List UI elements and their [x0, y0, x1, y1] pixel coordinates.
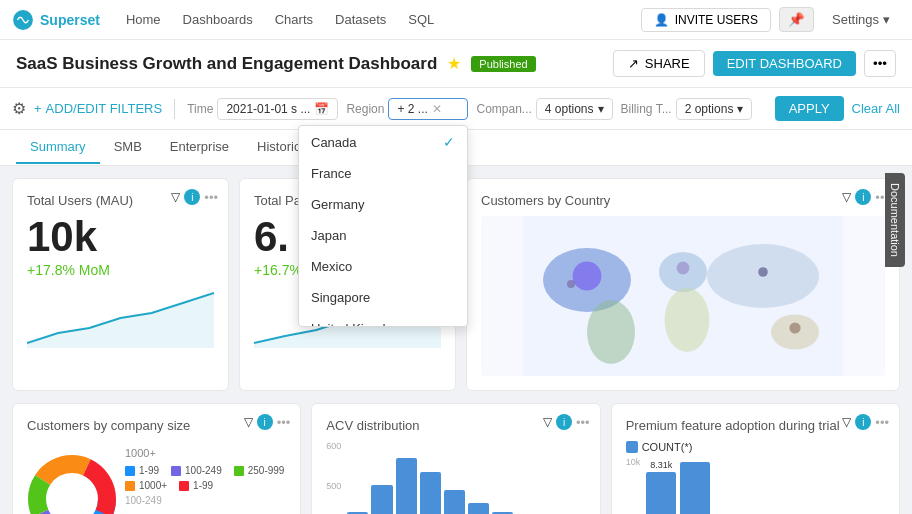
dashboard-actions: ↗ SHARE EDIT DASHBOARD •••	[613, 50, 896, 77]
region-dropdown-overlay: Canada ✓ France Germany Japan Mexico Sin…	[298, 125, 468, 327]
dropdown-list: Canada ✓ France Germany Japan Mexico Sin…	[299, 126, 467, 326]
billing-filter-select[interactable]: 2 options ▾	[676, 98, 753, 120]
dropdown-item-mexico[interactable]: Mexico	[299, 251, 467, 282]
nav-datasets[interactable]: Datasets	[325, 8, 396, 31]
tab-summary[interactable]: Summary	[16, 131, 100, 164]
nav-home[interactable]: Home	[116, 8, 171, 31]
top-nav: Superset Home Dashboards Charts Datasets…	[0, 0, 912, 40]
favorite-star-icon[interactable]: ★	[447, 54, 461, 73]
customers-by-country-title: Customers by Country	[481, 193, 885, 208]
dashboard-title: SaaS Business Growth and Engagement Dash…	[16, 54, 437, 74]
filter-icon[interactable]: ▽	[842, 415, 851, 429]
svg-point-8	[573, 262, 602, 291]
billing-filter: Billing T... 2 options ▾	[621, 98, 753, 120]
legend-item: 1-99	[125, 465, 159, 476]
svg-point-5	[665, 288, 710, 352]
svg-point-9	[677, 262, 690, 275]
pin-button[interactable]: 📌	[779, 7, 814, 32]
size-legend: 1-99 100-249 250-999 1000+	[125, 465, 286, 491]
dashboard-row-2: Customers by company size ▽ i ••• 1000+	[0, 403, 912, 514]
nav-dashboards[interactable]: Dashboards	[173, 8, 263, 31]
share-button[interactable]: ↗ SHARE	[613, 50, 705, 77]
dropdown-item-germany[interactable]: Germany	[299, 189, 467, 220]
acv-distribution-card: ACV distribution ▽ i ••• 600 500 400	[311, 403, 600, 514]
legend-item: 100-249	[171, 465, 222, 476]
time-filter-input[interactable]: 2021-01-01 s ... 📅	[217, 98, 338, 120]
app-name: Superset	[40, 12, 100, 28]
more-icon[interactable]: •••	[277, 415, 291, 430]
dropdown-item-japan[interactable]: Japan	[299, 220, 467, 251]
svg-point-10	[758, 267, 768, 277]
filter-divider	[174, 99, 175, 119]
dropdown-item-canada[interactable]: Canada ✓	[299, 126, 467, 158]
more-icon[interactable]: •••	[875, 415, 889, 430]
dropdown-item-singapore[interactable]: Singapore	[299, 282, 467, 313]
edit-dashboard-button[interactable]: EDIT DASHBOARD	[713, 51, 856, 76]
apply-button[interactable]: APPLY	[775, 96, 844, 121]
chevron-down-icon: ▾	[598, 102, 604, 116]
share-icon: ↗	[628, 56, 639, 71]
filter-icon[interactable]: ▽	[543, 415, 552, 429]
chevron-down-icon: ▾	[883, 12, 890, 27]
legend-item: 250-999	[234, 465, 285, 476]
documentation-tab[interactable]: Documentation	[885, 173, 905, 267]
calendar-icon: 📅	[314, 102, 329, 116]
clear-all-button[interactable]: Clear All	[852, 101, 900, 116]
card-icons: ▽ i •••	[171, 189, 218, 205]
invite-users-button[interactable]: 👤 INVITE USERS	[641, 8, 771, 32]
user-icon: 👤	[654, 13, 669, 27]
plus-icon: +	[34, 101, 42, 116]
total-users-chart	[27, 288, 214, 348]
nav-right: 👤 INVITE USERS 📌 Settings ▾	[641, 7, 900, 32]
svg-point-3	[587, 300, 635, 364]
info-icon[interactable]: i	[855, 414, 871, 430]
card-icons-acv: ▽ i •••	[543, 414, 590, 430]
more-icon[interactable]: •••	[576, 415, 590, 430]
add-edit-filters-button[interactable]: + ADD/EDIT FILTERS	[34, 101, 162, 116]
info-icon[interactable]: i	[257, 414, 273, 430]
dropdown-item-france[interactable]: France	[299, 158, 467, 189]
published-badge: Published	[471, 56, 535, 72]
info-icon[interactable]: i	[556, 414, 572, 430]
total-users-card: Total Users (MAU) ▽ i ••• 10k +17.8% MoM	[12, 178, 229, 391]
more-icon[interactable]: •••	[204, 190, 218, 205]
dropdown-item-uk[interactable]: United Kingdom	[299, 313, 467, 326]
svg-point-12	[567, 280, 575, 288]
info-icon[interactable]: i	[184, 189, 200, 205]
check-icon: ✓	[443, 134, 455, 150]
time-filter: Time 2021-01-01 s ... 📅	[187, 98, 338, 120]
clear-icon[interactable]: ✕	[432, 102, 442, 116]
total-users-change: +17.8% MoM	[27, 262, 214, 278]
donut-chart	[27, 449, 117, 514]
chevron-down-icon: ▾	[737, 102, 743, 116]
settings-menu[interactable]: Settings ▾	[822, 8, 900, 31]
tab-enterprise[interactable]: Enterprise	[156, 131, 243, 164]
region-filter: Region + 2 ... ✕	[346, 98, 468, 120]
filter-bar: ⚙ + ADD/EDIT FILTERS Time 2021-01-01 s .…	[0, 88, 912, 130]
nav-charts[interactable]: Charts	[265, 8, 323, 31]
region-filter-dropdown[interactable]: + 2 ... ✕	[388, 98, 468, 120]
acv-bar-chart	[347, 449, 585, 514]
filter-icon[interactable]: ▽	[842, 190, 851, 204]
company-size-card: Customers by company size ▽ i ••• 1000+	[12, 403, 301, 514]
more-options-button[interactable]: •••	[864, 50, 896, 77]
legend-item: 1000+	[125, 480, 167, 491]
app-logo[interactable]: Superset	[12, 9, 100, 31]
nav-sql[interactable]: SQL	[398, 8, 444, 31]
customers-by-country-card: Customers by Country ▽ i •••	[466, 178, 900, 391]
premium-feature-card: Premium feature adoption during trial ▽ …	[611, 403, 900, 514]
filter-icon[interactable]: ▽	[171, 190, 180, 204]
filter-icon[interactable]: ▽	[244, 415, 253, 429]
tab-smb[interactable]: SMB	[100, 131, 156, 164]
nav-links: Home Dashboards Charts Datasets SQL	[116, 8, 625, 31]
info-icon[interactable]: i	[855, 189, 871, 205]
company-filter: Compan... 4 options ▾	[476, 98, 612, 120]
filter-gear-icon[interactable]: ⚙	[12, 99, 26, 118]
dashboard-header: SaaS Business Growth and Engagement Dash…	[0, 40, 912, 88]
card-icons-size: ▽ i •••	[244, 414, 291, 430]
company-filter-select[interactable]: 4 options ▾	[536, 98, 613, 120]
card-icons-country: ▽ i •••	[842, 189, 889, 205]
legend-item: 1-99	[179, 480, 213, 491]
world-map	[481, 216, 885, 376]
svg-point-11	[789, 322, 800, 333]
